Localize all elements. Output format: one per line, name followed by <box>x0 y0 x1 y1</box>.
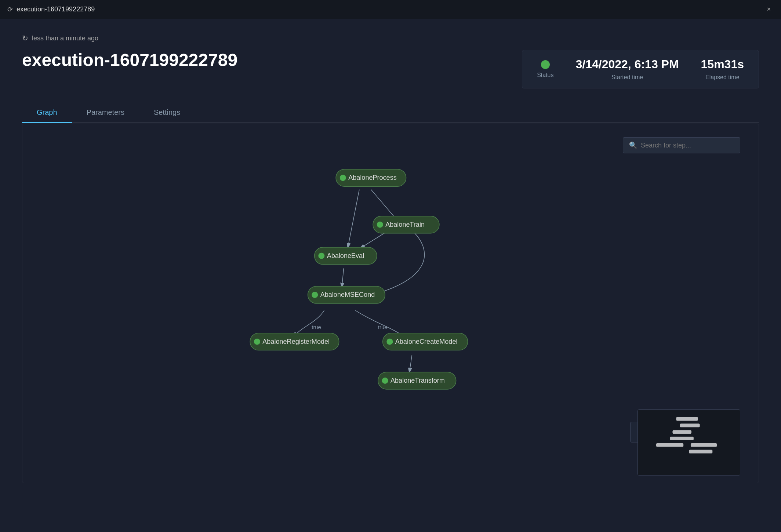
svg-text:true: true <box>378 324 388 330</box>
svg-line-5 <box>409 355 412 374</box>
status-value <box>541 60 550 69</box>
svg-rect-35 <box>691 443 717 447</box>
svg-text:AbaloneRegisterModel: AbaloneRegisterModel <box>262 338 330 345</box>
started-time-label: Started time <box>611 74 643 81</box>
svg-text:true: true <box>312 324 321 330</box>
svg-text:AbaloneMSECond: AbaloneMSECond <box>320 291 375 298</box>
status-item-status: Status <box>537 60 553 79</box>
svg-point-18 <box>312 292 318 298</box>
svg-line-2 <box>348 190 359 249</box>
svg-rect-33 <box>670 437 694 440</box>
refresh-label: less than a minute ago <box>32 34 98 42</box>
node-abalone-eval[interactable]: AbaloneEval <box>315 247 377 265</box>
status-label: Status <box>537 72 553 79</box>
node-abalone-register-model[interactable]: AbaloneRegisterModel <box>250 333 339 350</box>
svg-line-4 <box>342 268 344 288</box>
svg-text:AbaloneEval: AbaloneEval <box>327 252 364 259</box>
main-content: ↻ less than a minute ago execution-16071… <box>0 19 781 498</box>
page-title: execution-1607199222789 <box>22 50 237 70</box>
refresh-icon[interactable]: ↻ <box>22 34 28 43</box>
status-panel: Status 3/14/2022, 6:13 PM Started time 1… <box>522 50 759 88</box>
status-dot <box>541 60 550 69</box>
node-abalone-msecond[interactable]: AbaloneMSECond <box>308 286 385 303</box>
title-bar-text: execution-1607199222789 <box>17 6 764 13</box>
svg-rect-32 <box>673 430 691 434</box>
svg-point-12 <box>377 222 383 228</box>
svg-point-15 <box>318 253 324 259</box>
status-item-elapsed: 15m31s Elapsed time <box>701 58 744 81</box>
graph-container: 🔍 <box>22 124 759 483</box>
mini-map-svg <box>638 410 740 475</box>
svg-point-9 <box>340 175 346 181</box>
node-abalone-create-model[interactable]: AbaloneCreateModel <box>383 333 468 350</box>
node-abalone-transform[interactable]: AbaloneTransform <box>378 372 456 389</box>
close-button[interactable]: × <box>764 4 774 15</box>
svg-rect-30 <box>676 417 698 421</box>
status-item-started: 3/14/2022, 6:13 PM Started time <box>575 58 679 81</box>
started-time-value: 3/14/2022, 6:13 PM <box>575 58 679 71</box>
svg-rect-34 <box>656 443 683 447</box>
svg-point-24 <box>386 339 393 345</box>
execution-icon: ⟳ <box>7 6 13 14</box>
svg-text:AbaloneProcess: AbaloneProcess <box>348 174 397 181</box>
svg-text:AbaloneCreateModel: AbaloneCreateModel <box>395 338 458 345</box>
node-abalone-train[interactable]: AbaloneTrain <box>373 216 439 233</box>
tabs: Graph Parameters Settings <box>22 103 759 123</box>
svg-text:AbaloneTransform: AbaloneTransform <box>390 377 445 384</box>
tab-settings[interactable]: Settings <box>139 103 195 123</box>
svg-rect-36 <box>689 450 712 453</box>
svg-rect-31 <box>680 424 700 427</box>
elapsed-time-label: Elapsed time <box>705 74 740 81</box>
title-bar: ⟳ execution-1607199222789 × <box>0 0 781 19</box>
tab-graph[interactable]: Graph <box>22 103 72 123</box>
svg-point-27 <box>382 378 388 384</box>
elapsed-time-value: 15m31s <box>701 58 744 71</box>
header-row: execution-1607199222789 Status 3/14/2022… <box>22 50 759 88</box>
node-abalone-process[interactable]: AbaloneProcess <box>336 169 406 186</box>
svg-text:AbaloneTrain: AbaloneTrain <box>385 221 425 228</box>
mini-map <box>637 409 740 475</box>
refresh-row: ↻ less than a minute ago <box>22 34 759 43</box>
tab-parameters[interactable]: Parameters <box>72 103 139 123</box>
svg-point-21 <box>254 339 260 345</box>
